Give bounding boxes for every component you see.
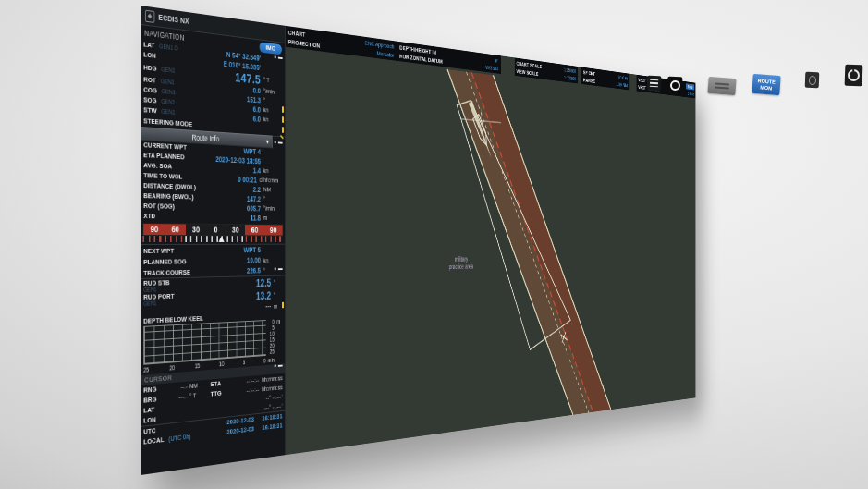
- route-collapse-control[interactable]: [275, 141, 283, 143]
- route-corridor-inner: [471, 72, 611, 429]
- chart-area-label: military practice area: [449, 255, 473, 271]
- route-monitor-button[interactable]: ROUTE MON: [752, 74, 780, 95]
- depth-x-unit: min: [266, 355, 283, 364]
- imo-button[interactable]: IMO: [260, 42, 282, 55]
- route-row-xtd: XTD 11.8 m: [141, 211, 285, 223]
- sidebar: ◈ ECDIS NX NAVIGATION IMO LAT GEN1 D N 5…: [141, 6, 286, 475]
- desktop-background: ◈ ECDIS NX NAVIGATION IMO LAT GEN1 D N 5…: [0, 0, 868, 489]
- power-dial-icon[interactable]: [845, 65, 863, 87]
- app-logo-icon: ◈: [145, 9, 154, 22]
- window-title: ECDIS NX: [158, 13, 189, 26]
- route-info-data: CURRENT WPT WPT 4 ETA PLANNED 2020-12-03…: [141, 140, 285, 223]
- alert-dash-icon: [282, 302, 284, 308]
- chart-display[interactable]: military practice area CHARTENC Approach…: [286, 26, 695, 455]
- knob-icon[interactable]: [805, 72, 820, 89]
- rudder-pointer-icon: [219, 236, 225, 242]
- menu-icon[interactable]: [647, 76, 662, 92]
- rudder-collapse-control[interactable]: [275, 267, 283, 270]
- dropdown-icon[interactable]: ▼: [265, 139, 270, 145]
- rudder-angle-scale: 90 60 30 0 30 60 90: [142, 223, 283, 236]
- depth-y-axis: 0m 5 10 15 20 25: [266, 319, 283, 356]
- navigation-data: LAT GEN1 D N 54° 32.649' LON E 010° 15.0…: [141, 39, 285, 136]
- next-wpt-data: NEXT WPT WPT 5 PLANNED SOG 10.00 kn TRAC…: [141, 244, 285, 278]
- alert-dash-icon: [282, 106, 284, 113]
- record-icon[interactable]: [667, 77, 683, 94]
- alert-dash-icon: [282, 127, 284, 133]
- display-mode-button[interactable]: [707, 77, 736, 95]
- alert-dash-icon: [282, 116, 284, 123]
- rudder-scale-ticks: [142, 236, 283, 242]
- ecdis-window: ◈ ECDIS NX NAVIGATION IMO LAT GEN1 D N 5…: [141, 6, 695, 475]
